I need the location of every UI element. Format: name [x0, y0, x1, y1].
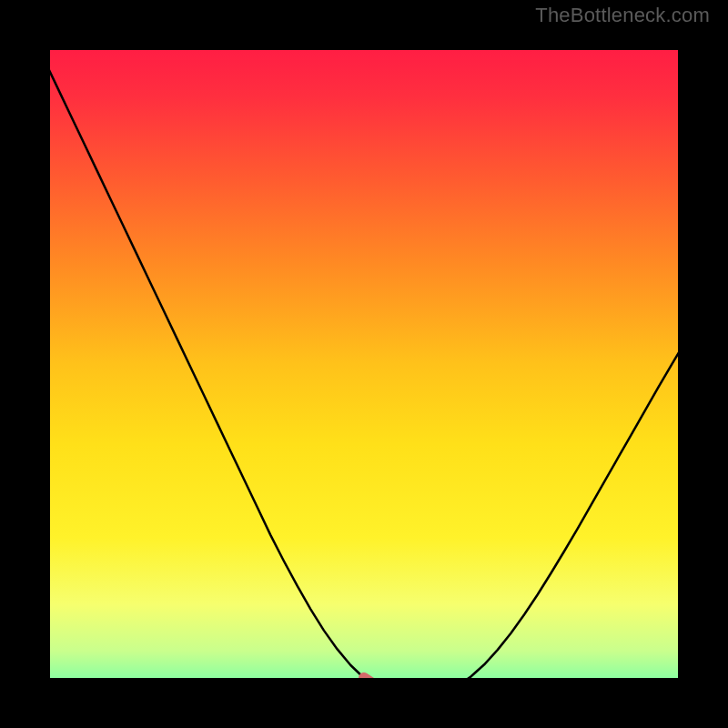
watermark-text: TheBottleneck.com: [535, 4, 710, 27]
chart-frame: TheBottleneck.com: [0, 0, 728, 728]
bottleneck-chart: [0, 0, 728, 728]
plot-background: [30, 30, 698, 698]
